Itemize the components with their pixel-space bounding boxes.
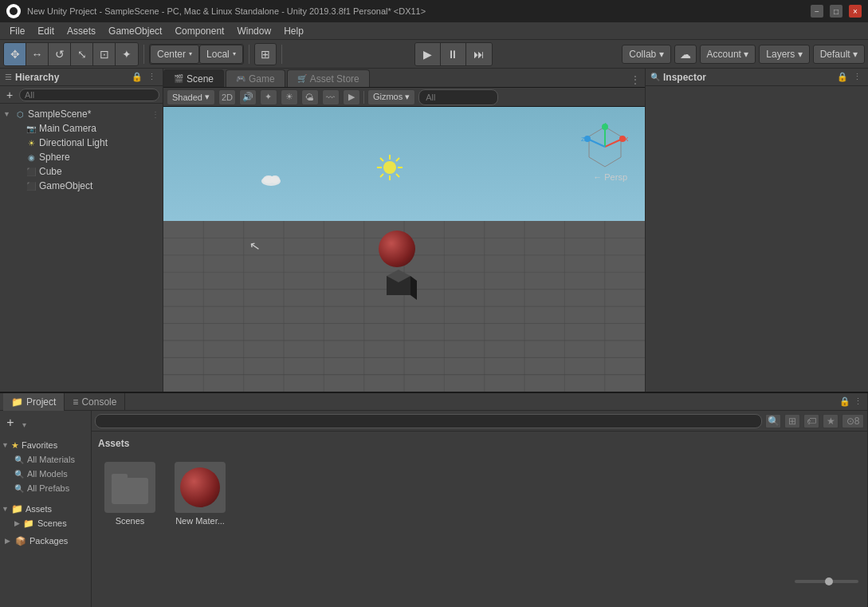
assets-section-header[interactable]: ▼ 📁 Assets [2,502,89,516]
hierarchy-item-samplescene[interactable]: ▼ ⬡ SampleScene* ⋮ [0,107,163,121]
favorites-header[interactable]: ▼ ★ Favorites [2,438,89,452]
project-add-button[interactable]: + [2,414,19,432]
assets-scenes-item[interactable]: ▶ 📁 Scenes [2,516,89,530]
cloud-button[interactable]: ☁ [674,45,697,64]
scale-tool[interactable]: ⤡ [71,43,93,65]
slider-track[interactable] [795,580,858,583]
layout-button[interactable]: Default ▾ [813,45,865,64]
2d-toggle[interactable]: 2D [218,89,236,105]
svg-line-32 [396,158,399,161]
hierarchy-search-input[interactable] [19,89,159,101]
menu-help[interactable]: Help [277,24,310,38]
rect-tool[interactable]: ⊡ [93,43,116,65]
project-view-btn[interactable]: ⊙8 [842,414,864,428]
asset-scenes-folder[interactable]: Scenes [98,459,162,529]
transform-tool[interactable]: ✦ [116,43,138,65]
fav-all-models[interactable]: 🔍 All Models [2,467,89,481]
scene-search-input[interactable] [418,89,498,105]
rotate-tool[interactable]: ↺ [49,43,71,65]
play-button[interactable]: ▶ [415,43,441,65]
pivot-button[interactable]: Center ▾ [150,45,199,64]
project-type-filter-btn[interactable]: ⊞ [784,414,800,428]
shading-dropdown[interactable]: Shaded ▾ [167,89,215,105]
center-tab-menu[interactable]: ⋮ [626,73,645,87]
inspector-lock[interactable]: 🔒 [836,71,849,84]
tab-game[interactable]: 🎮 Game [226,69,285,87]
space-button[interactable]: Local ▾ [199,45,243,64]
scene-tab-icon: 🎬 [174,74,183,83]
project-label-filter-btn[interactable]: 🏷 [803,414,819,428]
tab-scene[interactable]: 🎬 Scene [163,69,224,87]
rect-btn[interactable]: ⊞ [254,43,277,65]
inspector-menu[interactable]: ⋮ [850,71,863,84]
move-tool[interactable]: ↔ [26,43,49,65]
scene-anim-toggle[interactable]: ▶ [343,89,360,105]
close-button[interactable]: × [849,5,862,18]
menu-assets[interactable]: Assets [61,24,102,38]
scene-tab-label: Scene [187,73,214,85]
assets-arrow: ▼ [2,505,9,513]
step-button[interactable]: ⏭ [466,43,492,65]
tab-assetstore[interactable]: 🛒 Asset Store [287,69,370,87]
menu-edit[interactable]: Edit [31,24,61,38]
sound-toggle[interactable]: 🔊 [239,89,257,105]
tab-console[interactable]: ≡ Console [65,393,125,411]
cube-object [380,266,417,305]
fx-toggle[interactable]: ✦ [260,89,277,105]
account-button[interactable]: Account ▾ [700,45,756,64]
project-lock[interactable]: 🔒 [839,396,851,408]
sep-1 [143,45,144,64]
project-search-icon-btn[interactable]: 🔍 [765,414,781,428]
hierarchy-lock[interactable]: 🔒 [131,71,143,84]
scene-gizmo[interactable]: X Y Z [581,123,629,171]
svg-line-33 [380,174,383,177]
bottom-panel-header: 📁 Project ≡ Console 🔒 ⋮ [0,393,867,411]
hierarchy-item-dirlight[interactable]: ☀ Directional Light [0,136,163,150]
menu-window[interactable]: Window [230,24,277,38]
hierarchy-item-cube[interactable]: ⬛ Cube [0,164,163,179]
scene-lighting-toggle[interactable]: ☀ [281,89,298,105]
project-assets-grid: Assets Scenes [92,432,867,607]
assets-grid-header: Assets [98,438,861,449]
hierarchy-item-sphere[interactable]: ◉ Sphere [0,150,163,164]
hierarchy-item-gameobject[interactable]: ⬛ GameObject [0,179,163,193]
cube-label: Cube [39,166,163,177]
menu-gameobject[interactable]: GameObject [102,24,168,38]
project-menu[interactable]: ⋮ [851,396,864,408]
asset-new-material[interactable]: New Mater... [168,459,232,529]
hierarchy-add-btn[interactable]: + [3,89,16,101]
samplescene-kebab[interactable]: ⋮ [151,110,159,119]
project-star-filter-btn[interactable]: ★ [823,414,839,428]
hierarchy-item-maincamera[interactable]: 📷 Main Camera [0,121,163,136]
scene-toolbar-sep [363,91,364,104]
fav-all-materials[interactable]: 🔍 All Materials [2,452,89,467]
packages-section[interactable]: ▶ 📦 Packages [2,534,89,548]
project-main-search[interactable] [95,414,762,428]
hierarchy-panel-icon: ☰ [5,73,12,81]
fav-all-prefabs[interactable]: 🔍 All Prefabs [2,481,89,495]
scene-viewport[interactable]: X Y Z ← Persp ↖ [163,107,645,392]
pause-button[interactable]: ⏸ [441,43,466,65]
tab-project[interactable]: 📁 Project [3,393,65,411]
layers-button[interactable]: Layers ▾ [759,45,809,64]
sun-object [377,155,403,183]
scene-fog-toggle[interactable]: 〰 [322,89,340,105]
upper-area: ☰ Hierarchy 🔒 ⋮ + ▼ ⬡ SampleScene* ⋮ [0,69,868,392]
hierarchy-title: Hierarchy [15,72,128,83]
hierarchy-menu[interactable]: ⋮ [145,71,158,84]
menu-component[interactable]: Component [168,24,230,38]
minimize-button[interactable]: − [811,5,823,18]
bottom-area: 📁 Project ≡ Console 🔒 ⋮ + ▾ [0,392,868,607]
camera-icon: 📷 [26,123,37,134]
scene-skybox-toggle[interactable]: 🌤 [301,89,319,105]
maximize-button[interactable]: □ [830,5,842,18]
collab-button[interactable]: Collab ▾ [622,45,670,64]
hand-tool[interactable]: ✥ [4,43,26,65]
gizmos-dropdown[interactable]: Gizmos ▾ [367,89,415,105]
svg-line-31 [396,174,399,177]
new-material-asset-icon [175,462,226,513]
menu-file[interactable]: File [3,24,31,38]
pivot-group: Center ▾ Local ▾ [149,44,244,65]
main-area: ☰ Hierarchy 🔒 ⋮ + ▼ ⬡ SampleScene* ⋮ [0,69,868,607]
scenes-folder-label: Scenes [116,516,145,526]
